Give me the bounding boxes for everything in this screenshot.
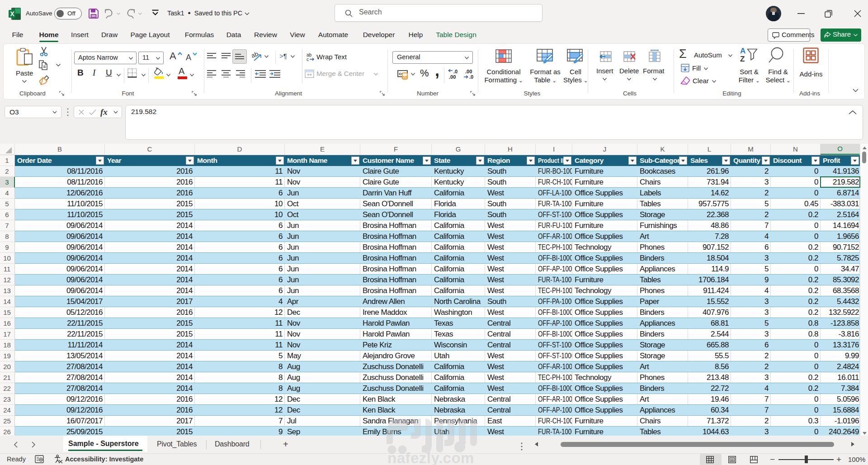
svg-text:c: c (307, 57, 309, 62)
svg-text:.0: .0 (469, 74, 473, 80)
svg-text:.0: .0 (453, 69, 458, 74)
svg-text:.00: .00 (449, 74, 456, 80)
svg-text:nafezly.com: nafezly.com (387, 450, 474, 465)
svg-text:ab: ab (251, 51, 259, 59)
svg-text:.00: .00 (465, 69, 472, 74)
